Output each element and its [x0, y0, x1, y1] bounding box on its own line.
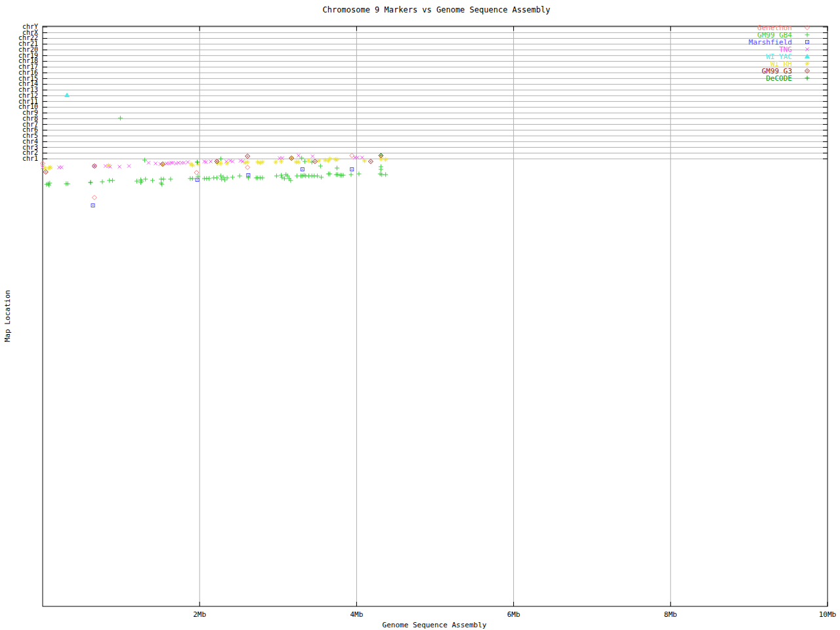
series-wi-yac	[65, 93, 70, 97]
legend-item-decode: DeCODE	[722, 75, 792, 83]
axis-ticks	[43, 26, 828, 606]
legend-label: DeCODE	[766, 75, 792, 82]
x-tick-label: 8Mb	[664, 611, 677, 618]
x-tick-label: 10Mb	[819, 611, 837, 618]
legend-marker-tng	[805, 47, 808, 51]
plot-area	[0, 0, 840, 630]
x-tick-label: 4Mb	[350, 611, 363, 618]
series-gm99-g3	[43, 154, 383, 175]
y-tick-label: chr1	[1, 156, 38, 162]
legend-marker-gm99-gb4	[805, 33, 810, 37]
chart: Chromosome 9 Markers vs Genome Sequence …	[0, 0, 840, 630]
h-gridlines	[43, 27, 828, 159]
legend-marker-wi-yac	[805, 54, 810, 58]
v-gridlines	[200, 26, 671, 606]
legend-marker-wi-rh	[805, 62, 810, 66]
legend-marker-marshfield	[806, 41, 809, 44]
x-tick-label: 6Mb	[507, 611, 520, 618]
x-tick-label: 2Mb	[193, 611, 206, 618]
plot-frame	[43, 26, 828, 606]
series-gm99-gb4	[44, 116, 388, 188]
legend-marker-decode	[805, 76, 810, 81]
